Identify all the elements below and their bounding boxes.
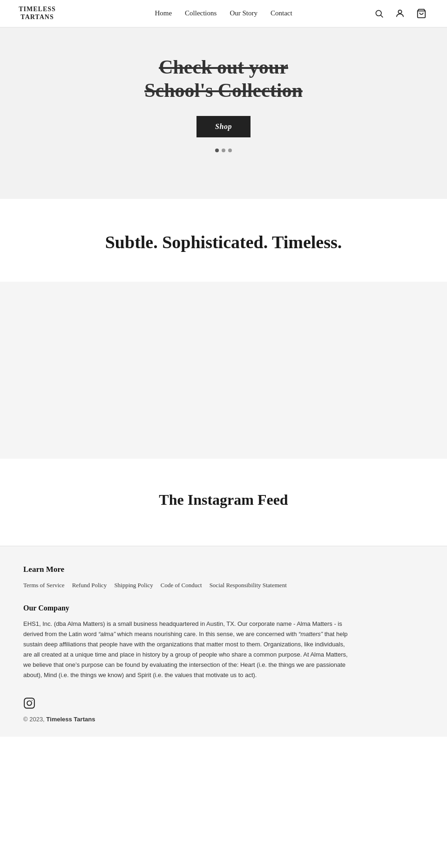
header-right: [372, 7, 428, 20]
instagram-section: The Instagram Feed: [0, 459, 447, 546]
search-icon: [374, 9, 384, 18]
hero-heading-line2: School's Collection: [144, 80, 303, 101]
cart-icon: [416, 8, 427, 19]
nav-our-story[interactable]: Our Story: [230, 9, 257, 17]
footer-copyright-text: © 2023,: [23, 716, 46, 723]
company-text-3: that help sustain deep affiliations that…: [23, 631, 348, 678]
nav-home[interactable]: Home: [155, 9, 172, 17]
footer-company-title: Our Company: [23, 604, 424, 612]
svg-point-5: [27, 701, 32, 706]
footer-brand-link[interactable]: Timeless Tartans: [46, 716, 95, 723]
instagram-icon: [23, 697, 35, 709]
company-matters-italic: “matters”: [298, 631, 323, 637]
footer-link-conduct[interactable]: Code of Conduct: [161, 582, 202, 589]
instagram-link[interactable]: [23, 703, 35, 711]
nav-contact[interactable]: Contact: [271, 9, 292, 17]
footer-company-text: EHS1, Inc. (dba Alma Matters) is a small…: [23, 619, 349, 681]
main-nav: Home Collections Our Story Contact: [155, 9, 292, 17]
user-icon: [395, 8, 405, 19]
logo[interactable]: Timeless Tartans: [19, 6, 56, 21]
shop-button[interactable]: Shop: [196, 116, 251, 137]
hero-section: Check out your School's Collection Shop: [0, 27, 447, 199]
hero-heading: Check out your School's Collection: [144, 55, 303, 102]
footer-link-tos[interactable]: Terms of Service: [23, 582, 65, 589]
svg-line-1: [381, 15, 383, 18]
svg-point-2: [398, 10, 401, 13]
tagline-heading: Subtle. Sophisticated. Timeless.: [19, 231, 428, 254]
company-alma-italic: “alma”: [98, 631, 115, 637]
cart-button[interactable]: [414, 7, 428, 20]
search-button[interactable]: [372, 7, 386, 20]
svg-point-6: [32, 700, 33, 701]
hero-dot-1[interactable]: [215, 149, 219, 152]
hero-heading-line1: Check out your: [159, 56, 288, 78]
login-button[interactable]: [393, 7, 407, 20]
instagram-heading: The Instagram Feed: [19, 491, 428, 509]
footer-copyright: © 2023, Timeless Tartans: [23, 716, 424, 723]
footer-social: [23, 697, 424, 711]
footer: Learn More Terms of Service Refund Polic…: [0, 546, 447, 737]
hero-dot-2[interactable]: [222, 149, 225, 152]
footer-link-social-responsibility[interactable]: Social Responsibility Statement: [210, 582, 287, 589]
header: Timeless Tartans Home Collections Our St…: [0, 0, 447, 27]
footer-links: Terms of Service Refund Policy Shipping …: [23, 582, 424, 589]
logo-line1: Timeless: [19, 6, 56, 14]
footer-link-shipping[interactable]: Shipping Policy: [114, 582, 153, 589]
footer-learn-more-label: Learn More: [23, 565, 424, 574]
svg-point-0: [376, 10, 381, 16]
hero-dot-3[interactable]: [228, 149, 232, 152]
footer-link-refund[interactable]: Refund Policy: [72, 582, 107, 589]
nav-collections[interactable]: Collections: [185, 9, 217, 17]
logo-line2: Tartans: [20, 14, 54, 21]
svg-rect-4: [24, 698, 34, 709]
tagline-section: Subtle. Sophisticated. Timeless.: [0, 199, 447, 282]
image-grid-section: [0, 282, 447, 459]
hero-dots: [215, 149, 232, 152]
company-text-2: which means nourishing care. In this sen…: [115, 631, 298, 637]
